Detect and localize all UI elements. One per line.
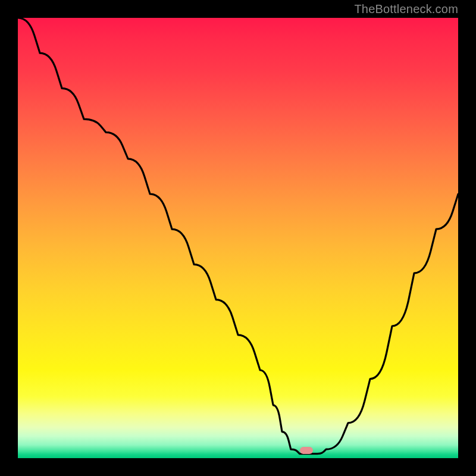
curve-layer <box>18 18 458 458</box>
minimum-marker <box>300 447 313 454</box>
plot-area <box>18 18 458 458</box>
bottleneck-curve <box>18 18 458 454</box>
watermark-text: TheBottleneck.com <box>354 2 458 16</box>
chart-canvas: TheBottleneck.com <box>0 0 476 476</box>
